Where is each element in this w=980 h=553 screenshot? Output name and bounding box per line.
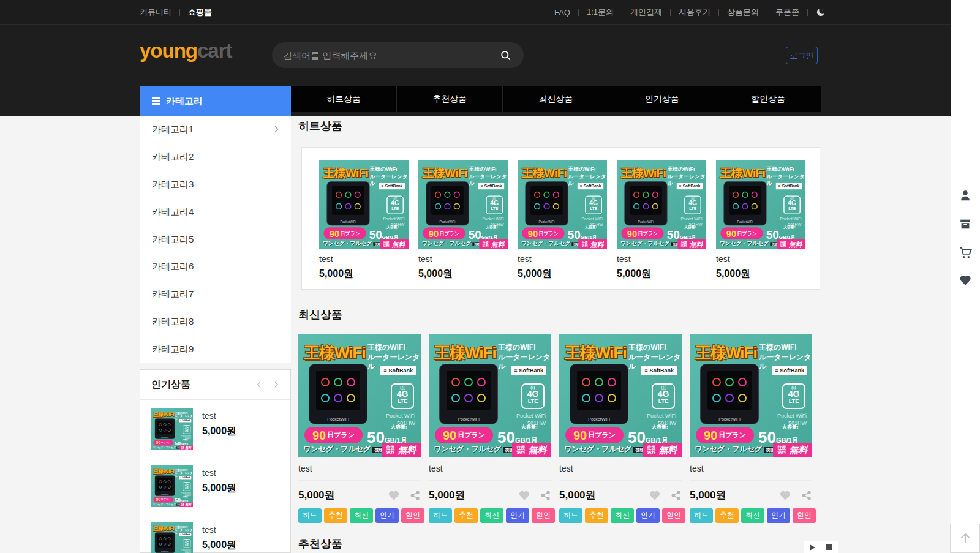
topbar-link-inquiry[interactable]: 1:1문의 xyxy=(579,7,622,18)
my-account-button[interactable] xyxy=(959,189,972,202)
nav-item-newest[interactable]: 최신상품 xyxy=(502,86,608,112)
section-title-hit: 히트상품 xyxy=(298,119,342,134)
sidebar-item-category2[interactable]: 카테고리2 xyxy=(140,143,291,171)
product-image: 王様WiFi 王様のWiFi ルーターレンタル ≡ SoftBank Pocke… xyxy=(429,334,551,457)
order-history-button[interactable] xyxy=(959,217,972,231)
wishlist-rail-button[interactable] xyxy=(959,274,972,286)
topbar-link-faq[interactable]: FAQ xyxy=(546,8,578,17)
product-thumbnail[interactable]: 王様WiFi 王様のWiFi ルーターレンタル ≡ SoftBank Pocke… xyxy=(559,334,682,457)
poster-plan-badge: 90 日プラン xyxy=(565,427,624,443)
product-thumbnail[interactable]: 王様WiFi 王様のWiFi ルーターレンタル ≡ SoftBank Pocke… xyxy=(690,334,812,457)
product-image: 王様WiFi 王様のWiFi ルーターレンタル ≡ SoftBank Pocke… xyxy=(151,408,193,450)
wifi-router-device: PocketWiFi xyxy=(624,181,667,225)
product-card[interactable]: 王様WiFi 王様のWiFi ルーターレンタル ≡ SoftBank Pocke… xyxy=(716,160,805,289)
badge-popular: 인기 xyxy=(375,508,399,523)
sidebar-item-category1[interactable]: 카테고리1 xyxy=(140,116,291,143)
poster-plan-badge: 90 日プラン xyxy=(423,227,465,239)
badge-discount: 할인 xyxy=(401,508,424,523)
badge-discount: 할인 xyxy=(532,508,555,523)
nav-item-recommend[interactable]: 추천상품 xyxy=(396,86,502,112)
wishlist-button[interactable] xyxy=(779,490,791,501)
product-thumbnail[interactable]: 王様WiFi 王様のWiFi ルーターレンタル ≡ SoftBank Pocke… xyxy=(298,334,421,457)
poster-brand-text: 王様WiFi xyxy=(522,165,567,181)
wifi-router-device: PocketWiFi xyxy=(155,532,175,553)
poster-brand-text: 王様WiFi xyxy=(720,165,765,181)
topbar-link-product-qna[interactable]: 상품문의 xyxy=(719,7,767,18)
product-name[interactable]: test xyxy=(690,464,812,481)
popular-list-item[interactable]: 王様WiFi 王様のWiFi ルーターレンタル ≡ SoftBank Pocke… xyxy=(151,522,279,553)
wishlist-button[interactable] xyxy=(649,490,661,501)
sidebar-item-category4[interactable]: 카테고리4 xyxy=(140,198,291,226)
share-button[interactable] xyxy=(801,490,812,501)
product-thumbnail[interactable]: 王様WiFi 王様のWiFi ルーターレンタル ≡ SoftBank Pocke… xyxy=(429,334,551,457)
stop-icon[interactable] xyxy=(826,544,832,550)
softbank-logo: ≡ SoftBank xyxy=(179,476,192,480)
category-menu-button[interactable]: 카테고리 xyxy=(140,86,291,116)
nav-item-popular[interactable]: 인기상품 xyxy=(609,86,715,112)
wishlist-button[interactable] xyxy=(388,490,400,501)
play-icon[interactable] xyxy=(810,544,815,551)
product-price: 5,000원 xyxy=(716,268,805,280)
prev-arrow-button[interactable] xyxy=(255,380,263,389)
product-card[interactable]: 王様WiFi 王様のWiFi ルーターレンタル ≡ SoftBank Pocke… xyxy=(319,160,409,289)
site-logo[interactable]: youngcart xyxy=(140,39,232,62)
topbar-link-coupon-zone[interactable]: 쿠폰존 xyxy=(767,7,807,18)
device-screen xyxy=(630,186,662,215)
search-input[interactable] xyxy=(283,50,499,61)
product-thumbnail: 王様WiFi 王様のWiFi ルーターレンタル ≡ SoftBank Pocke… xyxy=(617,160,706,249)
badge-popular: 인기 xyxy=(636,508,660,523)
share-button[interactable] xyxy=(671,490,682,501)
poster-free-badge: 往復送料 無料 xyxy=(179,503,193,507)
sidebar-item-category8[interactable]: 카테고리8 xyxy=(140,308,291,336)
poster-brand-text: 王様WiFi xyxy=(565,342,627,364)
poster-feature-text: ワンセグ・フルセグ視聴可能 xyxy=(521,240,587,247)
wishlist-button[interactable] xyxy=(518,490,530,501)
topbar-link-personal-pay[interactable]: 개인결제 xyxy=(622,7,670,18)
poster-capacity-text: 大容量! 50GB/1月 xyxy=(367,424,407,445)
nav-item-discount[interactable]: 할인상품 xyxy=(715,86,821,112)
nav-item-hit[interactable]: 히트상품 xyxy=(291,86,396,112)
heart-icon xyxy=(959,274,972,286)
product-image: 王様WiFi 王様のWiFi ルーターレンタル ≡ SoftBank Pocke… xyxy=(617,160,706,249)
poster-capacity-text: 大容量! 50GB/1月 xyxy=(758,424,799,445)
product-card[interactable]: 王様WiFi 王様のWiFi ルーターレンタル ≡ SoftBank Pocke… xyxy=(418,160,508,289)
share-button[interactable] xyxy=(410,490,421,501)
product-image: 王様WiFi 王様のWiFi ルーターレンタル ≡ SoftBank Pocke… xyxy=(518,160,607,249)
wifi-router-device: PocketWiFi xyxy=(309,364,368,424)
poster-free-badge: 往復送料 無料 xyxy=(179,446,193,450)
sidebar-item-category7[interactable]: 카테고리7 xyxy=(140,280,291,308)
topbar-link-community[interactable]: 커뮤니티 xyxy=(140,7,179,18)
product-name[interactable]: test xyxy=(559,464,682,481)
device-screen xyxy=(332,186,364,215)
product-card[interactable]: 王様WiFi 王様のWiFi ルーターレンタル ≡ SoftBank Pocke… xyxy=(617,160,706,289)
sidebar-item-category6[interactable]: 카테고리6 xyxy=(140,253,291,280)
badge-recommend: 추천 xyxy=(715,508,739,523)
dark-mode-toggle[interactable] xyxy=(808,7,833,18)
sidebar-item-category5[interactable]: 카테고리5 xyxy=(140,226,291,254)
4g-lte-badge: ((( 4G LTE xyxy=(585,195,602,214)
sidebar-item-category9[interactable]: 카테고리9 xyxy=(140,336,291,363)
wifi-router-device: PocketWiFi xyxy=(155,418,175,439)
scroll-to-top-button[interactable] xyxy=(950,524,980,553)
product-name[interactable]: test xyxy=(429,464,551,481)
login-button[interactable]: 로그인 xyxy=(786,47,818,64)
share-button[interactable] xyxy=(540,490,551,501)
product-card: 王様WiFi 王様のWiFi ルーターレンタル ≡ SoftBank Pocke… xyxy=(559,334,682,523)
popular-list-item[interactable]: 王様WiFi 王様のWiFi ルーターレンタル ≡ SoftBank Pocke… xyxy=(151,408,279,450)
top-utility-bar: 커뮤니티 쇼핑몰 FAQ 1:1문의 개인결제 사용후기 상품문의 쿠폰존 xyxy=(0,0,951,25)
search-button[interactable] xyxy=(499,48,513,62)
poster-capacity-text: 大容量! 50GB/1月 xyxy=(469,225,498,241)
topbar-link-reviews[interactable]: 사용후기 xyxy=(671,7,718,18)
product-name[interactable]: test xyxy=(298,464,421,481)
sidebar-item-category3[interactable]: 카테고리3 xyxy=(140,171,291,198)
product-image: 王様WiFi 王様のWiFi ルーターレンタル ≡ SoftBank Pocke… xyxy=(319,160,409,249)
4g-lte-badge: ((( 4G LTE xyxy=(782,383,805,409)
product-card[interactable]: 王様WiFi 王様のWiFi ルーターレンタル ≡ SoftBank Pocke… xyxy=(518,160,607,289)
topbar-link-shop[interactable]: 쇼핑몰 xyxy=(180,7,220,18)
popular-list-item[interactable]: 王様WiFi 王様のWiFi ルーターレンタル ≡ SoftBank Pocke… xyxy=(151,465,279,507)
poster-brand-text: 王様WiFi xyxy=(153,468,174,475)
next-arrow-button[interactable] xyxy=(272,380,281,389)
poster-free-badge: 往復送料 無料 xyxy=(643,443,682,457)
cart-button[interactable] xyxy=(959,246,973,260)
product-price: 5,000원 xyxy=(202,482,236,495)
